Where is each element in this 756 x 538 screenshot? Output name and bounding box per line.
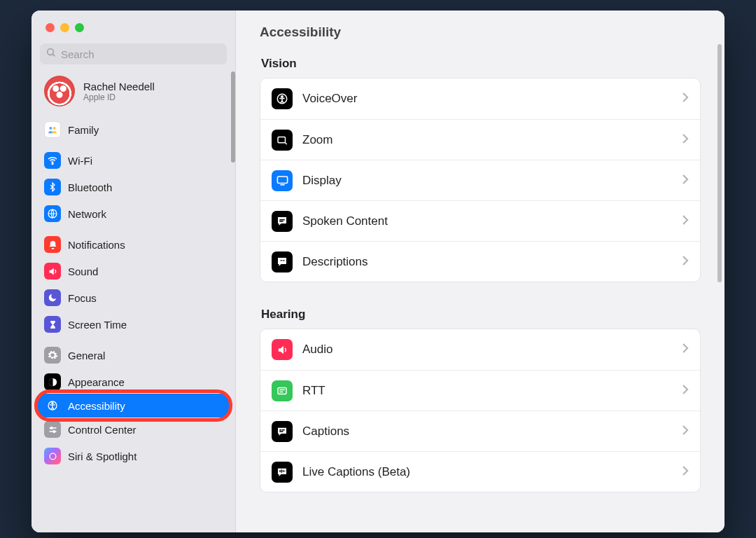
section-header-hearing: Hearing [261,308,699,322]
sidebar-item-notifications[interactable]: Notifications [37,233,230,256]
captions-icon [272,421,293,442]
svg-point-2 [49,127,52,130]
moon-icon [44,289,61,306]
speech-bubble-icon [272,211,293,232]
row-label: Live Captions (Beta) [302,465,672,479]
row-descriptions[interactable]: "" Descriptions [260,241,700,282]
sidebar-item-focus[interactable]: Focus [37,286,230,310]
svg-rect-23 [278,387,286,394]
main-content: Accessibility Vision VoiceOver Zoom [236,11,724,532]
sliders-icon [44,421,61,438]
close-window-button[interactable] [46,23,55,32]
svg-rect-18 [277,177,287,184]
sidebar: Rachel Needell Apple ID Family Wi- [31,11,236,532]
speaker-icon [44,263,61,280]
user-avatar [44,76,75,106]
row-label: VoiceOver [302,92,672,106]
sidebar-scroll: Rachel Needell Apple ID Family Wi- [31,71,235,532]
chevron-right-icon [682,92,689,106]
row-display[interactable]: Display [260,160,700,200]
minimize-window-button[interactable] [60,23,69,32]
user-subtitle: Apple ID [83,92,155,102]
row-label: Captions [302,425,672,439]
svg-point-15 [281,96,284,98]
sidebar-scrollbar[interactable] [231,71,235,163]
main-scrollbar[interactable] [718,44,722,282]
sidebar-item-label: General [68,350,105,361]
bluetooth-icon [44,179,61,195]
search-input[interactable] [61,48,221,60]
svg-rect-21 [279,221,283,222]
hearing-panel: Audio RTT Captions [260,329,701,492]
row-audio[interactable]: Audio [260,329,700,370]
sidebar-item-label: Focus [68,292,97,304]
accessibility-icon [44,397,61,414]
svg-rect-28 [279,431,283,432]
sidebar-item-screen-time[interactable]: Screen Time [37,312,230,336]
sidebar-item-network[interactable]: Network [37,202,230,226]
row-zoom[interactable]: Zoom [260,119,700,160]
sidebar-item-label: Control Center [68,424,136,436]
sidebar-item-general[interactable]: General [37,343,230,367]
svg-rect-16 [278,137,286,142]
sidebar-item-label: Notifications [68,239,125,251]
chevron-right-icon [682,425,689,439]
row-label: RTT [302,384,672,398]
sidebar-item-label: Wi-Fi [68,155,92,167]
row-rtt[interactable]: RTT [260,370,700,411]
bell-icon [44,236,61,253]
sidebar-item-control-center[interactable]: Control Center [37,418,230,441]
svg-line-1 [52,54,55,56]
sidebar-item-siri-spotlight[interactable]: Siri & Spotlight [37,444,230,468]
appearance-icon [44,373,61,390]
search-container [31,32,235,71]
svg-line-17 [285,142,287,144]
sidebar-item-bluetooth[interactable]: Bluetooth [37,175,230,199]
quote-bubble-icon: "" [272,251,293,273]
svg-point-13 [50,453,56,460]
sidebar-item-sound[interactable]: Sound [37,259,230,283]
zoom-icon [272,130,293,151]
wifi-icon [44,152,61,169]
sidebar-item-accessibility[interactable]: Accessibility [37,394,230,418]
chevron-right-icon [682,384,689,398]
tutorial-highlight: Accessibility [37,394,230,418]
user-name: Rachel Needell [83,81,155,92]
sidebar-item-label: Appearance [68,376,125,388]
window-controls [31,11,235,32]
row-spoken-content[interactable]: Spoken Content [260,200,700,241]
vision-panel: VoiceOver Zoom Display [260,78,701,282]
row-label: Zoom [302,133,672,147]
sidebar-item-apple-id[interactable]: Rachel Needell Apple ID [37,71,230,111]
sidebar-item-label: Family [68,124,99,136]
row-label: Spoken Content [302,214,672,228]
family-icon [44,121,61,138]
sidebar-item-wifi[interactable]: Wi-Fi [37,149,230,172]
sidebar-item-label: Accessibility [68,400,125,412]
gear-icon [44,347,61,364]
settings-window: Rachel Needell Apple ID Family Wi- [31,11,724,532]
svg-text:"": "" [280,258,286,264]
voiceover-icon [272,88,293,109]
network-icon [44,205,61,222]
chevron-right-icon [682,214,689,228]
svg-point-0 [48,49,54,55]
chevron-right-icon [682,174,689,188]
chevron-right-icon [682,343,689,357]
row-captions[interactable]: Captions [260,411,700,451]
chevron-right-icon [682,255,689,269]
row-label: Audio [302,343,672,357]
sidebar-item-appearance[interactable]: Appearance [37,370,230,394]
row-live-captions[interactable]: Live Captions (Beta) [260,451,700,492]
svg-point-12 [52,430,55,432]
sidebar-item-family[interactable]: Family [37,118,230,142]
sidebar-item-label: Screen Time [68,319,127,331]
svg-rect-20 [279,219,285,221]
svg-point-4 [52,163,53,165]
row-label: Display [302,174,672,188]
search-field[interactable] [40,43,227,64]
rtt-icon [272,380,293,401]
section-header-vision: Vision [261,57,699,71]
fullscreen-window-button[interactable] [75,23,84,32]
row-voiceover[interactable]: VoiceOver [260,78,700,119]
